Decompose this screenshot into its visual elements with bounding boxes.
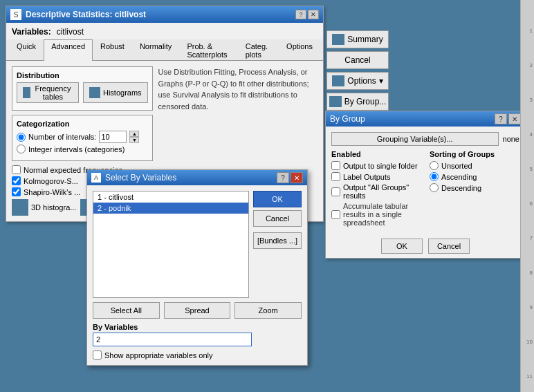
bundles-btn[interactable]: [Bundles ...]	[253, 232, 302, 249]
all-groups-checkbox[interactable]	[331, 187, 340, 196]
grouping-var-value: none	[503, 135, 519, 143]
histograms-btn[interactable]: Histograms	[83, 82, 148, 103]
help-btn-main[interactable]: ?	[295, 10, 306, 19]
accumulate-checkbox[interactable]	[331, 210, 340, 219]
show-appropriate-checkbox[interactable]	[93, 351, 102, 360]
by-group-icon	[329, 96, 342, 107]
distribution-title: Distribution	[17, 71, 148, 80]
select-all-btn[interactable]: Select All	[93, 302, 160, 319]
radio-num-intervals-input[interactable]	[17, 133, 26, 142]
select-bottom-row: Select All Spread Zoom	[93, 302, 302, 319]
by-group-title-text: By Group	[330, 114, 365, 124]
main-title-bar: S Descriptive Statistics: citlivost ? ✕	[6, 6, 323, 23]
tab-options[interactable]: Options	[279, 39, 320, 61]
list-item-podnik[interactable]: 2 - podnik	[93, 203, 248, 214]
by-group-help-btn[interactable]: ?	[495, 113, 507, 124]
ruler-mark-10: 10	[526, 339, 533, 345]
by-group-title-btns: ? ✕	[495, 113, 521, 124]
label-outputs-check-row: Label Outputs	[331, 172, 423, 181]
select-right-btns: OK Cancel [Bundles ...]	[253, 191, 302, 302]
options-button[interactable]: Options ▾	[326, 72, 389, 90]
distribution-section: Distribution Frequency tables Histograms	[12, 66, 153, 111]
normal-freq-check[interactable]	[12, 165, 21, 174]
tab-prob-scatterplots[interactable]: Prob. & Scatterplots	[179, 39, 237, 61]
variables-listbox[interactable]: 1 - citlivost 2 - podnik	[93, 191, 249, 298]
ruler-mark-8: 8	[530, 270, 533, 276]
tab-categ-plots[interactable]: Categ. plots	[238, 39, 279, 61]
distribution-btns: Frequency tables Histograms	[17, 82, 148, 103]
title-bar-left: S Descriptive Statistics: citlivost	[10, 9, 146, 20]
unsorted-label: Unsorted	[441, 162, 472, 170]
unsorted-radio[interactable]	[430, 161, 439, 170]
spread-btn[interactable]: Spread	[164, 302, 231, 319]
spin-up[interactable]: ▲	[129, 131, 139, 137]
kolmogorov-check[interactable]	[12, 176, 21, 185]
spin-down[interactable]: ▼	[129, 137, 139, 143]
variables-value: citlivost	[57, 27, 84, 37]
3d-histogram-icon-item[interactable]: 3D histogra...	[12, 199, 76, 216]
select-help-btn[interactable]: ?	[277, 172, 289, 183]
spin-buttons: ▲ ▼	[129, 131, 139, 143]
3d-histogram-icon	[12, 199, 28, 216]
select-dialog-content: 1 - citlivost 2 - podnik OK Cancel [Bund…	[87, 185, 307, 365]
cancel-button[interactable]: Cancel	[326, 51, 389, 69]
by-group-button[interactable]: By Group...	[326, 93, 389, 111]
by-group-close-btn[interactable]: ✕	[508, 113, 521, 124]
list-and-btns: 1 - citlivost 2 - podnik OK Cancel [Bund…	[93, 191, 302, 302]
sorting-title: Sorting of Groups	[430, 150, 519, 158]
by-group-cancel-btn[interactable]: Cancel	[428, 239, 470, 254]
by-var-input[interactable]	[93, 333, 252, 346]
variables-label: Variables:	[12, 27, 51, 37]
output-folder-label: Output to single folder	[343, 162, 418, 170]
main-window-icon: S	[10, 9, 21, 20]
tab-quick[interactable]: Quick	[9, 39, 44, 61]
select-close-btn[interactable]: ✕	[291, 172, 303, 183]
ruler: 1 2 3 4 5 6 7 8 9 10 11	[520, 0, 534, 392]
tab-advanced[interactable]: Advanced	[44, 39, 93, 61]
select-title-btns: ? ✕	[277, 172, 303, 183]
grouping-var-btn[interactable]: Grouping Variable(s)...	[331, 132, 499, 146]
freq-tables-btn[interactable]: Frequency tables	[17, 82, 79, 103]
main-title-text: Descriptive Statistics: citlivost	[26, 10, 146, 19]
shapiro-check[interactable]	[12, 187, 21, 196]
ruler-mark-2: 2	[530, 62, 533, 68]
options-icon	[332, 75, 344, 86]
ruler-mark-4: 4	[530, 131, 533, 138]
grouping-var-row: Grouping Variable(s)... none	[331, 132, 519, 146]
all-groups-label: Output "All Groups" results	[343, 183, 423, 200]
tab-normality[interactable]: Normality	[132, 39, 179, 61]
kolmogorov-label: Kolmogorov-S...	[24, 177, 78, 185]
label-outputs-checkbox[interactable]	[331, 172, 340, 181]
histograms-icon	[89, 87, 100, 98]
list-item-citlivost[interactable]: 1 - citlivost	[93, 192, 248, 203]
unsorted-radio-row: Unsorted	[430, 161, 519, 170]
categorization-section: Categorization Number of intervals: ▲ ▼ …	[12, 115, 153, 161]
show-appropriate-row: Show appropriate variables only	[93, 351, 302, 360]
output-folder-check-row: Output to single folder	[331, 161, 423, 170]
enabled-title: Enabled	[331, 150, 423, 158]
select-dialog-title-text: Select By Variables	[105, 173, 176, 183]
ruler-mark-1: 1	[530, 28, 533, 34]
accumulate-label: Accumulate tabular results in a single s…	[343, 202, 423, 227]
freq-tables-icon	[23, 87, 30, 98]
by-group-ok-btn[interactable]: OK	[381, 239, 423, 254]
3d-histogram-label: 3D histogra...	[31, 203, 76, 212]
zoom-btn[interactable]: Zoom	[234, 302, 302, 319]
num-intervals-input[interactable]	[99, 131, 127, 143]
ascending-radio[interactable]	[430, 172, 439, 181]
descending-radio-row: Descending	[430, 183, 519, 192]
two-col-section: Enabled Output to single folder Label Ou…	[331, 150, 519, 229]
select-ok-btn[interactable]: OK	[253, 191, 302, 207]
select-cancel-btn[interactable]: Cancel	[253, 210, 302, 227]
descending-radio[interactable]	[430, 183, 439, 192]
output-folder-checkbox[interactable]	[331, 161, 340, 170]
ascending-label: Ascending	[441, 173, 477, 181]
radio-integer-input[interactable]	[17, 144, 26, 153]
close-btn-main[interactable]: ✕	[308, 10, 319, 19]
categorization-title: Categorization	[17, 120, 148, 128]
ruler-mark-5: 5	[530, 166, 533, 172]
tab-robust[interactable]: Robust	[93, 39, 132, 61]
categorization-radios: Number of intervals: ▲ ▼ Integer interva…	[17, 131, 148, 153]
select-dialog: A Select By Variables ? ✕ 1 - citlivost …	[86, 169, 308, 366]
summary-button[interactable]: Summary	[326, 30, 389, 48]
